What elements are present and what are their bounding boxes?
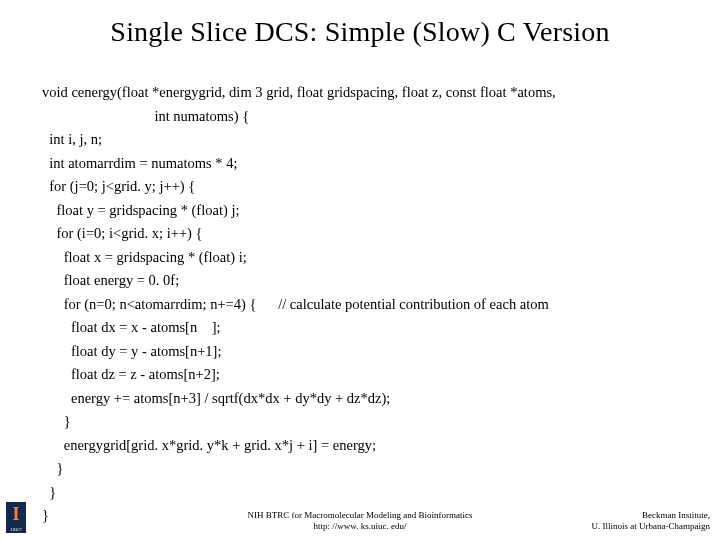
code-line: float dy = y - atoms[n+1]; bbox=[42, 343, 221, 359]
code-line: void cenergy(float *energygrid, dim 3 gr… bbox=[42, 84, 556, 100]
footer-right-line2: U. Illinois at Urbana-Champaign bbox=[592, 521, 710, 532]
code-line: float energy = 0. 0f; bbox=[42, 272, 179, 288]
code-line: float x = gridspacing * (float) i; bbox=[42, 249, 247, 265]
code-line: for (j=0; j<grid. y; j++) { bbox=[42, 178, 195, 194]
logo-year: 1867 bbox=[6, 526, 26, 533]
footer-right-line1: Beckman Institute, bbox=[592, 510, 710, 521]
logo-block-i-icon bbox=[6, 502, 26, 526]
code-line: } bbox=[42, 460, 63, 476]
code-line: } bbox=[42, 413, 71, 429]
code-line: float y = gridspacing * (float) j; bbox=[42, 202, 239, 218]
code-line: int numatoms) { bbox=[42, 108, 249, 124]
code-line: float dz = z - atoms[n+2]; bbox=[42, 366, 220, 382]
code-line: int atomarrdim = numatoms * 4; bbox=[42, 155, 237, 171]
footer: 1867 NIH BTRC for Macromolecular Modelin… bbox=[0, 498, 720, 534]
code-line: energygrid[grid. x*grid. y*k + grid. x*j… bbox=[42, 437, 376, 453]
code-line: float dx = x - atoms[n ]; bbox=[42, 319, 221, 335]
footer-center: NIH BTRC for Macromolecular Modeling and… bbox=[248, 510, 473, 533]
footer-center-line1: NIH BTRC for Macromolecular Modeling and… bbox=[248, 510, 473, 521]
code-line: int i, j, n; bbox=[42, 131, 102, 147]
slide: Single Slice DCS: Simple (Slow) C Versio… bbox=[0, 0, 720, 540]
code-line: for (n=0; n<atomarrdim; n+=4) { // calcu… bbox=[42, 296, 549, 312]
footer-center-line2: http: //www. ks.uiuc. edu/ bbox=[248, 521, 473, 532]
code-block: void cenergy(float *energygrid, dim 3 gr… bbox=[42, 58, 700, 528]
footer-right: Beckman Institute, U. Illinois at Urbana… bbox=[592, 510, 710, 533]
code-line: energy += atoms[n+3] / sqrtf(dx*dx + dy*… bbox=[42, 390, 390, 406]
slide-title: Single Slice DCS: Simple (Slow) C Versio… bbox=[40, 16, 680, 48]
uiuc-logo-icon: 1867 bbox=[4, 502, 28, 534]
code-line: for (i=0; i<grid. x; i++) { bbox=[42, 225, 202, 241]
